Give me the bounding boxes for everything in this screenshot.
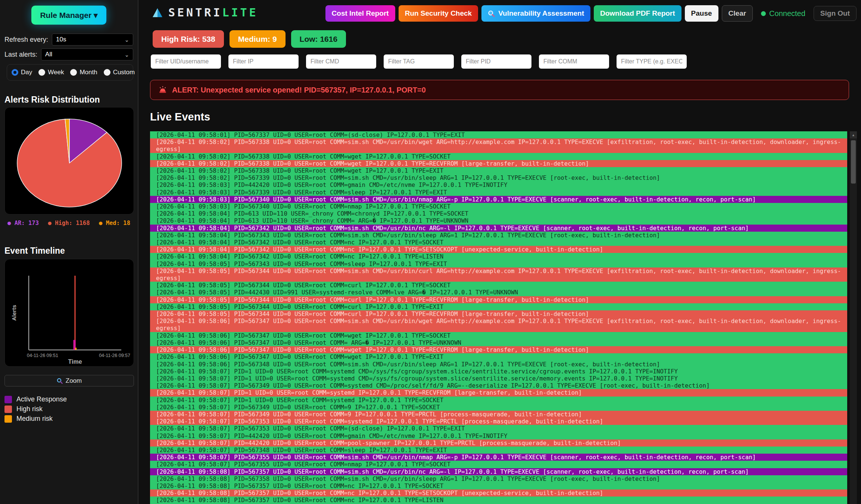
legend-bullet-icon: ● bbox=[48, 220, 51, 226]
log-line: [2026-04-11 09:58:03] PID=442420 UID=0 U… bbox=[150, 181, 847, 188]
risk-badge: Low: 1616 bbox=[291, 30, 346, 48]
log-line: [2026-04-11 09:58:07] PID=442420 UID=0 U… bbox=[150, 432, 847, 439]
last-alerts-label: Last alerts: bbox=[4, 51, 37, 59]
sign-out-button[interactable]: Sign Out bbox=[814, 6, 857, 21]
chevron-down-icon: ⌄ bbox=[124, 52, 129, 57]
log-line: [2026-04-11 09:58:05] PID=567344 UID=0 U… bbox=[150, 310, 847, 317]
filter-input[interactable] bbox=[539, 54, 609, 69]
log-line: [2026-04-11 09:58:08] PID=567357 UID=0 U… bbox=[150, 468, 847, 475]
pie-chart-svg bbox=[5, 107, 134, 214]
log-line: [2026-04-11 09:58:07] PID=567348 UID=0 U… bbox=[150, 447, 847, 454]
refresh-label: Refresh every: bbox=[4, 36, 48, 44]
radio-icon bbox=[12, 69, 18, 76]
log-line: [2026-04-11 09:58:04] PID=567343 UID=0 U… bbox=[150, 232, 847, 239]
log-line: [2026-04-11 09:58:07] PID=567355 UID=0 U… bbox=[150, 461, 847, 468]
rule-manager-button[interactable]: Rule Manager ▾ bbox=[31, 6, 106, 25]
log-line: [2026-04-11 09:58:08] PID=567358 UID=0 U… bbox=[150, 475, 847, 482]
scroll-up-button[interactable]: ▲ bbox=[850, 131, 857, 138]
filter-input[interactable] bbox=[617, 54, 687, 69]
event-timeline-heading: Event Timeline bbox=[4, 246, 133, 256]
log-line: [2026-04-11 09:58:08] PID=567357 UID=0 U… bbox=[150, 497, 847, 504]
log-line: [2026-04-11 09:58:07] PID=1 UID=0 USER=r… bbox=[150, 397, 847, 404]
risk-badge: High Risk: 538 bbox=[153, 30, 224, 48]
range-radio[interactable]: Month bbox=[70, 69, 97, 76]
radio-icon bbox=[70, 69, 77, 76]
alert-text: ALERT: Unexpected service opened! PID=56… bbox=[172, 86, 426, 94]
range-radio[interactable]: Week bbox=[38, 69, 64, 76]
range-label: Day bbox=[21, 69, 32, 76]
log-line: [2026-04-11 09:58:07] PID=567349 UID=0 U… bbox=[150, 411, 847, 418]
pause-button[interactable]: Pause bbox=[685, 5, 718, 22]
risk-badges: High Risk: 538Medium: 9Low: 1616 bbox=[153, 30, 346, 48]
vulnerability-assessment-label: Vulnerability Assessment bbox=[498, 9, 584, 18]
log-line: [2026-04-11 09:58:08] PID=567357 UID=0 U… bbox=[150, 489, 847, 497]
risk-badge: Medium: 9 bbox=[230, 30, 286, 48]
chevron-down-icon: ⌄ bbox=[124, 37, 129, 43]
log-line: [2026-04-11 09:58:04] PID=613 UID=110 US… bbox=[150, 210, 847, 217]
log-line: [2026-04-11 09:58:07] PID=567349 UID=0 U… bbox=[150, 404, 847, 411]
brand-sentri: SENTRI bbox=[168, 6, 222, 19]
timeline-chart-svg: 04-11-26 09:5104-11-26 09:57TimeAlerts bbox=[5, 259, 134, 366]
legend-item: Active Response bbox=[4, 395, 133, 403]
log-line: [2026-04-11 09:58:06] PID=567348 UID=0 U… bbox=[150, 361, 847, 368]
log-line: [2026-04-11 09:58:06] PID=567347 UID=0 U… bbox=[150, 332, 847, 339]
zoom-button[interactable]: Zoom bbox=[4, 375, 134, 386]
legend-label: High risk bbox=[16, 405, 43, 413]
log-line: [2026-04-11 09:58:02] PID=567338 UID=0 U… bbox=[150, 160, 847, 167]
refresh-select[interactable]: 10s ⌄ bbox=[52, 34, 133, 46]
brand-text: SENTRILITE bbox=[168, 6, 258, 19]
log-line: [2026-04-11 09:58:04] PID=567342 UID=0 U… bbox=[150, 253, 847, 260]
run-security-check-button[interactable]: Run Security Check bbox=[399, 5, 478, 22]
legend-swatch-icon bbox=[4, 406, 12, 413]
vulnerability-assessment-button[interactable]: Vulnerability Assessment bbox=[481, 5, 590, 22]
filter-input[interactable] bbox=[384, 54, 454, 69]
connected-label: Connected bbox=[769, 9, 805, 18]
app-logo: SENTRILITE bbox=[152, 6, 258, 19]
sentrilite-logo-icon bbox=[152, 7, 163, 18]
risk-distribution-heading: Alerts Risk Distribution bbox=[4, 95, 133, 105]
svg-text:04-11-26 09:51: 04-11-26 09:51 bbox=[27, 353, 58, 358]
legend-swatch-icon bbox=[4, 415, 12, 423]
log-line: [2026-04-11 09:58:03] PID=567339 UID=0 U… bbox=[150, 189, 847, 196]
pie-legend-label: Med: 18 bbox=[106, 220, 130, 226]
refresh-value: 10s bbox=[56, 36, 124, 43]
range-label: Week bbox=[48, 69, 64, 76]
last-alerts-select[interactable]: All ⌄ bbox=[41, 48, 133, 60]
log-line: [2026-04-11 09:58:06] PID=567347 UID=0 U… bbox=[150, 353, 847, 360]
magnifier-icon bbox=[57, 378, 63, 384]
log-line: [2026-04-11 09:58:07] PID=1 UID=0 USER=r… bbox=[150, 375, 847, 382]
log-line: [2026-04-11 09:58:02] PID=567338 UID=0 U… bbox=[150, 138, 847, 153]
scrollbar-thumb[interactable] bbox=[851, 140, 856, 184]
log-line: [2026-04-11 09:58:03] PID=567340 UID=0 U… bbox=[150, 196, 847, 203]
connected-dot-icon bbox=[761, 11, 766, 16]
log-line: [2026-04-11 09:58:05] PID=442430 UID=991… bbox=[150, 289, 847, 296]
range-radio[interactable]: Day bbox=[12, 69, 32, 76]
cost-intel-report-button[interactable]: Cost Intel Report bbox=[325, 5, 395, 22]
filter-input[interactable] bbox=[151, 54, 221, 69]
risk-pie-chart bbox=[4, 107, 134, 215]
log-scrollbar[interactable]: ▲ bbox=[850, 131, 857, 504]
log-line: [2026-04-11 09:58:07] PID=567353 UID=0 U… bbox=[150, 418, 847, 425]
log-line: [2026-04-11 09:58:04] PID=567342 UID=0 U… bbox=[150, 239, 847, 246]
filter-input[interactable] bbox=[306, 54, 376, 69]
log-line: [2026-04-11 09:58:02] PID=567339 UID=0 U… bbox=[150, 174, 847, 181]
pie-legend: ● AR: 173 ● High: 1168 ● Med: 18 bbox=[4, 220, 133, 226]
legend-bullet-icon: ● bbox=[99, 220, 102, 226]
log-line: [2026-04-11 09:58:05] PID=567344 UID=0 U… bbox=[150, 296, 847, 303]
range-label: Custom bbox=[113, 69, 135, 76]
log-line: [2026-04-11 09:58:08] PID=567357 UID=0 U… bbox=[150, 482, 847, 489]
range-radio[interactable]: Custom bbox=[104, 69, 135, 76]
svg-text:Alerts: Alerts bbox=[11, 305, 17, 321]
filter-input[interactable] bbox=[228, 54, 299, 69]
legend-item: Medium risk bbox=[4, 415, 133, 423]
brand-lite: LITE bbox=[222, 6, 258, 19]
filter-input[interactable] bbox=[461, 54, 531, 69]
legend-label: Medium risk bbox=[16, 415, 53, 423]
legend-item: High risk bbox=[4, 405, 133, 413]
log-line: [2026-04-11 09:58:04] PID=567342 UID=0 U… bbox=[150, 246, 847, 253]
log-line: [2026-04-11 09:58:05] PID=567344 UID=0 U… bbox=[150, 282, 847, 289]
clear-button[interactable]: Clear bbox=[722, 5, 753, 22]
download-pdf-report-button[interactable]: Download PDF Report bbox=[594, 5, 681, 22]
live-events-log[interactable]: [2026-04-11 09:58:01] PID=567337 UID=0 U… bbox=[150, 131, 847, 504]
log-line: [2026-04-11 09:58:06] PID=567347 UID=0 U… bbox=[150, 346, 847, 353]
